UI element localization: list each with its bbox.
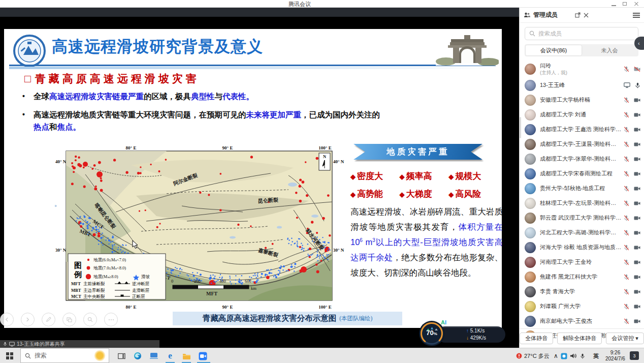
pen-tool-button[interactable] bbox=[42, 313, 55, 326]
camera-off-icon bbox=[634, 171, 640, 176]
participant-status-icons bbox=[624, 171, 640, 177]
camera-off-icon bbox=[634, 186, 640, 191]
slide-title: 高速远程滑坡研究背景及意义 bbox=[52, 36, 263, 57]
clock[interactable]: 9:262024/7/6 bbox=[605, 348, 625, 363]
notification-center-icon[interactable]: 3 bbox=[630, 351, 639, 360]
participant-status-icons bbox=[624, 141, 640, 147]
prev-slide-button[interactable] bbox=[0, 313, 14, 326]
monitor-icon bbox=[9, 342, 15, 347]
participant-role: (主持人，我) bbox=[540, 70, 622, 76]
participant-status-icons bbox=[624, 112, 640, 118]
participant-row[interactable]: 焦建伟 黑龙江科技大学 bbox=[520, 269, 644, 284]
start-button[interactable] bbox=[6, 352, 13, 359]
participant-row[interactable]: 闫玲 (主持人，我) bbox=[520, 60, 644, 78]
member-search-box[interactable] bbox=[525, 27, 638, 40]
participant-row[interactable]: 13-王玉峰 bbox=[520, 78, 644, 93]
avatar bbox=[525, 316, 536, 327]
tencent-meeting-icon[interactable] bbox=[196, 350, 209, 361]
participant-row[interactable]: 成都理工大学 王鑫浩 测绘科学与技术 bbox=[520, 122, 644, 137]
svg-text:km: km bbox=[251, 286, 256, 291]
camera-off-icon bbox=[634, 275, 640, 280]
zoom-tool-button[interactable] bbox=[83, 313, 97, 326]
file-explorer-icon[interactable] bbox=[180, 350, 193, 361]
member-search-input[interactable] bbox=[538, 31, 625, 37]
participant-row[interactable]: 郭云霞 武汉理工大学 测绘科学与技术 bbox=[520, 210, 644, 225]
mic-muted-icon bbox=[624, 127, 629, 133]
maximize-button[interactable] bbox=[622, 2, 629, 7]
avatar bbox=[525, 198, 536, 209]
section-heading: □青藏高原高速远程滑坡灾害 bbox=[24, 72, 200, 86]
tray-alert-icon[interactable] bbox=[516, 348, 522, 363]
participant-row[interactable]: 成都理工大学-张翠华-测绘科学与技术 bbox=[520, 152, 644, 166]
mute-all-button[interactable]: 全体静音 bbox=[520, 332, 553, 344]
popout-icon[interactable] bbox=[575, 12, 581, 18]
participant-row[interactable]: 贵州大学-邹秋艳-地质工程 bbox=[520, 181, 644, 196]
tray-app-icon[interactable] bbox=[561, 348, 567, 363]
participant-row[interactable]: 刘谭颖 广州大学 bbox=[520, 299, 644, 314]
next-slide-button[interactable] bbox=[21, 313, 35, 326]
share-banner-text: 13-王玉峰的屏幕共享 bbox=[17, 341, 65, 348]
task-view-button[interactable] bbox=[115, 350, 128, 361]
map-caption: 青藏高原高速远程滑坡灾害分布示意图 (本团队编绘) bbox=[173, 312, 402, 325]
svg-text:逆冲断层: 逆冲断层 bbox=[132, 281, 150, 286]
participant-row[interactable]: 南京邮电大学-王俊杰 bbox=[520, 314, 644, 328]
participant-name: 成都理工大学-张翠华-测绘科学与技术 bbox=[540, 155, 622, 163]
participant-row[interactable]: 成都理工大学 刘通 bbox=[520, 107, 644, 122]
search-icon bbox=[529, 31, 535, 37]
close-panel-icon[interactable] bbox=[584, 13, 589, 18]
tray-mic-icon[interactable] bbox=[580, 348, 585, 363]
participant-status-icons bbox=[624, 97, 640, 103]
participant-name: 郭云霞 武汉理工大学 测绘科学与技术 bbox=[540, 214, 622, 222]
speaker-icon[interactable] bbox=[570, 348, 577, 363]
participant-name: 河南理工大学 王金玲 bbox=[540, 258, 622, 266]
svg-text:MFT: MFT bbox=[71, 281, 81, 286]
tray-weather[interactable]: 27°C 多云 bbox=[524, 348, 550, 363]
mic-muted-icon bbox=[624, 112, 629, 118]
participant-row[interactable]: 成都理工大学-王潇晨-测绘科学与技术 bbox=[520, 137, 644, 152]
mic-muted-icon bbox=[624, 186, 629, 192]
participant-row[interactable]: 河北工程大学-高璐-测绘科学与技术 bbox=[520, 225, 644, 240]
collapse-panel-button[interactable]: ‹ bbox=[634, 37, 644, 50]
panel-menu-icon[interactable] bbox=[633, 12, 640, 19]
slide-panel-button[interactable] bbox=[62, 313, 76, 326]
tray-expand-caret[interactable]: ∧ bbox=[554, 348, 558, 363]
diamond-icon: ◆ bbox=[448, 173, 454, 180]
participant-row[interactable]: 河海大学 徐毅 地质资源与地质工程 bbox=[520, 240, 644, 255]
svg-text:90° E: 90° E bbox=[222, 305, 233, 310]
panel-scrollbar[interactable] bbox=[520, 117, 521, 138]
participant-row[interactable]: 桂林理工大学-左玩景-测绘科学与技术 bbox=[520, 196, 644, 210]
screen-share-banner[interactable]: 13-王玉峰的屏幕共享 bbox=[0, 340, 159, 348]
language-indicator[interactable]: 英 bbox=[593, 348, 599, 363]
tab-not-joined[interactable]: 未入会 bbox=[582, 45, 637, 55]
participant-name: 成都理工大学-王潇晨-测绘科学与技术 bbox=[540, 140, 622, 148]
camera-off-icon bbox=[634, 260, 640, 265]
participant-row[interactable]: 河南理工大学 王金玲 bbox=[520, 255, 644, 269]
participant-status-icons bbox=[624, 245, 640, 251]
svg-text:90° E: 90° E bbox=[222, 145, 233, 150]
avatar bbox=[525, 95, 536, 106]
participant-name: 闫玲 bbox=[540, 62, 622, 70]
more-tools-button[interactable] bbox=[104, 313, 118, 326]
tab-in-meeting[interactable]: 会议中(86) bbox=[526, 45, 582, 55]
participant-row[interactable]: 李贵 青海大学 bbox=[520, 284, 644, 299]
participant-status-icons bbox=[624, 200, 640, 206]
performance-widget[interactable]: ↑ 5.1K/s ↓ 429K/s 70% AI bbox=[416, 320, 505, 348]
unmute-all-button[interactable]: 解除全体静音 bbox=[557, 332, 602, 344]
participant-status-icons bbox=[624, 318, 640, 324]
participant-name: 桂林理工大学-左玩景-测绘科学与技术 bbox=[540, 199, 622, 207]
participant-row[interactable]: 安徽理工大学杨梓楠 bbox=[520, 93, 644, 107]
participant-list[interactable]: 闫玲 (主持人，我) 13-王玉峰 安徽理工大学杨梓楠 成都理工大学 刘通 成都… bbox=[520, 60, 644, 338]
bullet-item: • 高速远程滑坡地质灾害链等重大环境灾害问题，在预期可见的未来将更加严重，已成为… bbox=[22, 109, 484, 133]
cpu-gauge[interactable]: 70% bbox=[420, 321, 444, 346]
svg-text:MFT: MFT bbox=[206, 291, 218, 296]
avatar bbox=[525, 80, 536, 91]
pc-manager-icon[interactable] bbox=[147, 350, 160, 361]
close-button[interactable] bbox=[633, 2, 640, 7]
ie-browser-icon[interactable]: e bbox=[164, 350, 177, 361]
weather-icon[interactable] bbox=[94, 350, 106, 361]
edge-browser-icon[interactable] bbox=[131, 350, 144, 361]
svg-text:40° N: 40° N bbox=[55, 159, 67, 164]
minimize-button[interactable] bbox=[610, 2, 618, 7]
participant-row[interactable]: 成都理工大学宋春雨测绘工程 bbox=[520, 166, 644, 181]
meeting-control-button[interactable]: 会议管控▾ bbox=[606, 332, 644, 344]
